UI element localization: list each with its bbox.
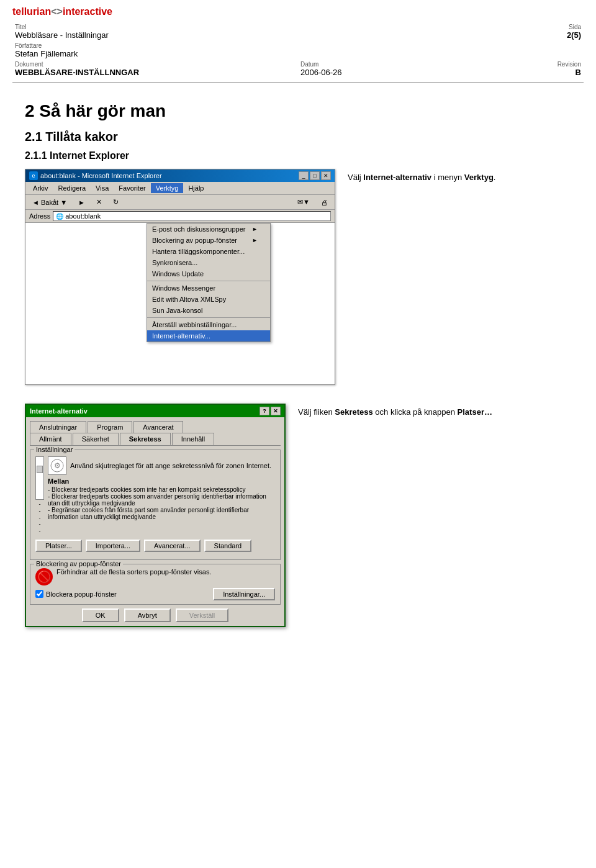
ie-menu-visa[interactable]: Visa: [91, 183, 114, 193]
dialog-bottom-buttons: OK Avbryt Verkställ: [30, 608, 281, 622]
ie-block: e about:blank - Microsoft Internet Explo…: [25, 169, 571, 385]
dialog-close-btn[interactable]: ✕: [271, 407, 281, 415]
dialog-standard-btn[interactable]: Standard: [204, 540, 252, 552]
ie-menu-favoriter[interactable]: Favoriter: [114, 183, 150, 193]
ie-menu-redigera[interactable]: Redigera: [53, 183, 91, 193]
brand-tell: tellurian: [12, 6, 51, 17]
dokument-label: Dokument: [15, 61, 296, 68]
ie-description: Välj Internet-alternativ i menyn Verktyg…: [348, 169, 571, 184]
ie-address-input[interactable]: 🌐 about:blank: [53, 211, 331, 221]
dialog-tab-sekretess[interactable]: Sekretess: [120, 433, 171, 445]
dialog-popup-checkbox-label: Blockera popup-fönster: [46, 590, 117, 598]
ie-blockering-arrow: ►: [252, 237, 258, 243]
dialog-popup-row: 🚫 Förhindrar att de flesta sorters popup…: [35, 568, 275, 585]
ie-titlebar-btns: _ □ ✕: [299, 171, 331, 180]
ie-dropdown-altova[interactable]: Edit with Altova XMLSpy: [147, 294, 270, 305]
ie-mail-btn[interactable]: ✉▼: [293, 196, 314, 208]
dialog-verkstall-btn[interactable]: Verkställ: [176, 608, 229, 622]
dialog-description: Välj fliken Sekretess och klicka på knap…: [298, 404, 571, 418]
ie-menu-verktyg[interactable]: Verktyg: [151, 183, 184, 193]
ie-address-text: about:blank: [65, 212, 101, 220]
page-content: 2 Så här gör man 2.1 Tillåta kakor 2.1.1…: [0, 83, 596, 658]
ie-dropdown-messenger[interactable]: Windows Messenger: [147, 283, 270, 294]
ie-menu-arkiv[interactable]: Arkiv: [28, 183, 53, 193]
dialog-importera-btn[interactable]: Importera...: [86, 540, 140, 552]
ie-dropdown-windows-update[interactable]: Windows Update: [147, 268, 270, 279]
slider-handle[interactable]: [37, 466, 43, 473]
dialog-window: Internet-alternativ ? ✕ Anslutningar Pro…: [25, 404, 286, 627]
ie-titlebar: e about:blank - Microsoft Internet Explo…: [25, 170, 335, 182]
ie-dropdown-aterstall[interactable]: Återställ webbinställningar...: [147, 319, 270, 330]
header: tellurian<>interactive Titel Webbläsare …: [0, 0, 596, 78]
dialog-popup-checkbox[interactable]: [35, 590, 43, 598]
dialog-avbryt-btn[interactable]: Avbryt: [124, 608, 171, 622]
dialog-popup-checkbox-row: Blockera popup-fönster Inställningar...: [35, 588, 275, 600]
dialog-titlebar-btns: ? ✕: [260, 407, 281, 415]
dialog-titlebar: Internet-alternativ ? ✕: [26, 405, 284, 417]
ie-menu-hjälp[interactable]: Hjälp: [183, 183, 209, 193]
dialog-popup-settings-btn[interactable]: Inställningar...: [213, 588, 275, 600]
ie-addressbar: Adress 🌐 about:blank: [25, 210, 335, 223]
ie-stop-btn[interactable]: ✕: [92, 196, 106, 208]
revision-value: B: [472, 68, 581, 77]
dialog-level-item-1: - Blockerar tredjeparts cookies som inte…: [48, 486, 275, 493]
ie-dropdown-sep1: [147, 281, 270, 281]
titel-value: Webbläsare - Inställningar: [15, 30, 296, 40]
ie-dropdown-internet-alternativ[interactable]: Internet-alternativ...: [147, 330, 270, 341]
revision-label: Revision: [472, 61, 581, 68]
section-2-1-heading: 2.1 Tillåta kakor: [25, 130, 571, 144]
dialog-avancerat-btn[interactable]: Avancerat...: [144, 540, 201, 552]
section-2-heading: 2 Så här gör man: [25, 101, 571, 121]
dialog-tab-sakerhet[interactable]: Säkerhet: [73, 433, 119, 445]
dialog-slider-track[interactable]: [35, 456, 44, 500]
dialog-tab-innehall[interactable]: Innehåll: [172, 433, 215, 445]
dialog-tab-avancerat[interactable]: Avancerat: [133, 421, 183, 433]
dialog-popup-panel: Blockering av popup-fönster 🚫 Förhindrar…: [30, 564, 281, 605]
ie-verktyg-dropdown: E-post och diskussionsgrupper ► Blockeri…: [147, 223, 271, 342]
forfattare-value: Stefan Fjällemark: [15, 49, 296, 58]
svg-text:⚙: ⚙: [54, 461, 61, 470]
dialog-slider-desc-row: ⚙ Använd skjutreglaget för att ange sekr…: [48, 456, 275, 475]
dialog-title: Internet-alternativ: [30, 407, 88, 415]
ie-toolbar: ◄ Bakåt ▼ ► ✕ ↻ ✉▼ 🖨: [25, 195, 335, 210]
brand-angle: <>: [51, 6, 63, 17]
dialog-tab-program[interactable]: Program: [88, 421, 132, 433]
ie-back-btn[interactable]: ◄ Bakåt ▼: [28, 197, 71, 208]
ie-desc-bold2: Verktyg: [464, 173, 494, 182]
dialog-platser-btn[interactable]: Platser...: [35, 540, 82, 552]
ie-dropdown-hantera[interactable]: Hantera tilläggskomponenter...: [147, 246, 270, 257]
dialog-desc-text: Välj fliken Sekretess och klicka på knap…: [298, 406, 571, 418]
dialog-tab-anslutningar[interactable]: Anslutningar: [30, 421, 86, 433]
ie-refresh-btn[interactable]: ↻: [109, 196, 123, 208]
dialog-level-area: Mellan - Blockerar tredjeparts cookies s…: [48, 477, 275, 520]
dialog-slider-track-col: - - - - -: [35, 456, 44, 535]
dialog-level-label: Mellan: [48, 477, 275, 485]
ie-dropdown-sep2: [147, 317, 270, 318]
dialog-desc-bold2: Platser…: [458, 407, 492, 417]
dialog-tab-allmant[interactable]: Allmänt: [30, 433, 71, 445]
sida-label: Sida: [472, 24, 581, 30]
meta-table: Titel Webbläsare - Inställningar Sida 2(…: [12, 22, 584, 78]
section-2-1-1-heading: 2.1.1 Internet Explorer: [25, 150, 571, 161]
ie-desc-bold1: Internet-alternativ: [363, 173, 431, 182]
ie-maximize-btn[interactable]: □: [310, 171, 320, 180]
ie-body: E-post och diskussionsgrupper ► Blockeri…: [25, 223, 335, 384]
dialog-help-btn[interactable]: ?: [260, 407, 269, 415]
ie-dropdown-epost[interactable]: E-post och diskussionsgrupper ►: [147, 224, 270, 235]
dialog-body: Anslutningar Program Avancerat Allmänt S…: [26, 417, 284, 626]
ie-dropdown-synkronisera[interactable]: Synkronisera...: [147, 257, 270, 268]
ie-print-btn[interactable]: 🖨: [317, 197, 332, 208]
ie-dropdown-blockering[interactable]: Blockering av popup-fönster ►: [147, 235, 270, 246]
forfattare-label: Författare: [15, 42, 296, 49]
ie-close-btn[interactable]: ✕: [321, 171, 331, 180]
ie-dropdown-java[interactable]: Sun Java-konsol: [147, 305, 270, 316]
popup-no-symbol: 🚫: [37, 570, 51, 584]
ie-forward-btn[interactable]: ►: [74, 197, 89, 208]
dialog-slider-area: - - - - -: [35, 456, 275, 535]
ie-minimize-btn[interactable]: _: [299, 171, 309, 180]
ie-epost-arrow: ►: [252, 226, 258, 232]
dialog-installningar-panel: Inställningar - - -: [30, 450, 281, 560]
dialog-slider-icon: ⚙: [48, 456, 66, 475]
sida-value: 2(5): [472, 30, 581, 40]
dialog-ok-btn[interactable]: OK: [82, 608, 119, 622]
